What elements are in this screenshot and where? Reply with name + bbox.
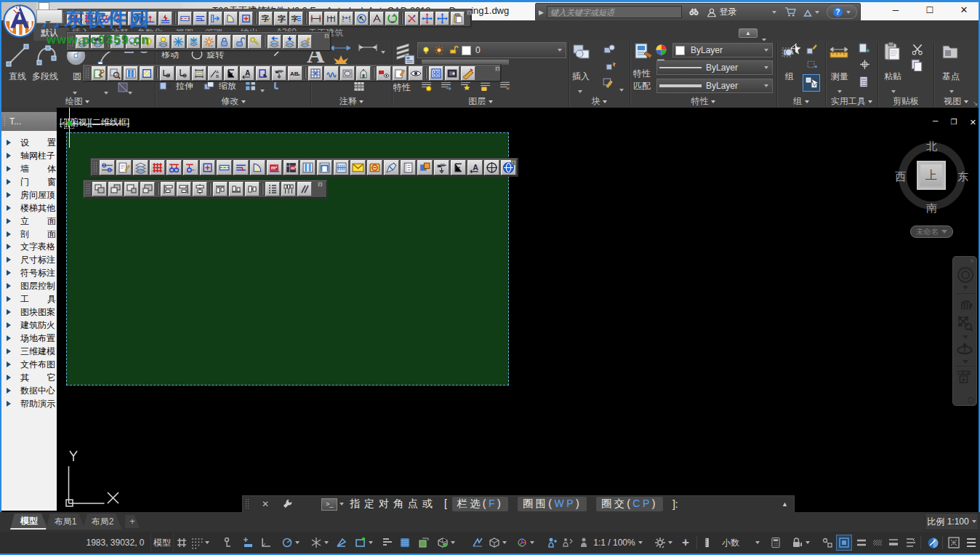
svg-text:m²: m² xyxy=(271,165,278,170)
svg-text:00: 00 xyxy=(278,69,282,73)
svg-text:00: 00 xyxy=(440,163,445,167)
svg-text:A: A xyxy=(245,69,250,77)
svg-text:B: B xyxy=(216,74,219,79)
svg-text:A: A xyxy=(473,162,478,171)
svg-text:AB: AB xyxy=(290,71,299,77)
svg-text:m²: m² xyxy=(291,166,296,170)
